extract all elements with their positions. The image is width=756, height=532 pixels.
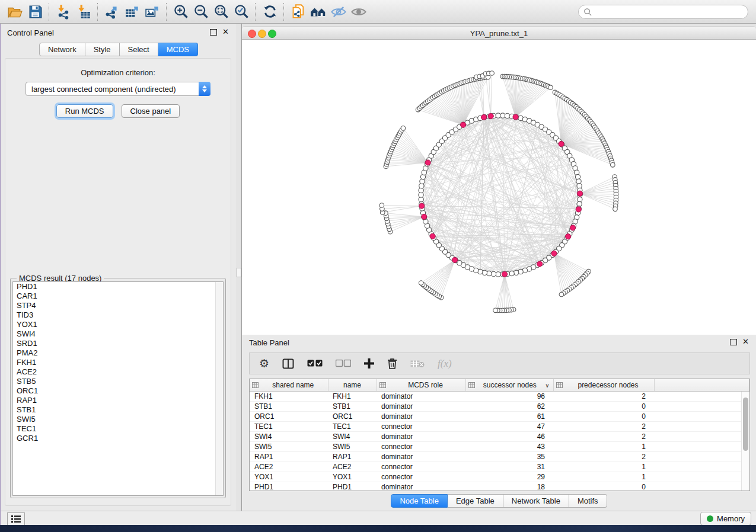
save-icon [28, 4, 43, 19]
delete-column-icon[interactable] [387, 357, 397, 371]
mcds-node-item[interactable]: ORC1 [13, 386, 223, 396]
table-panel-title: Table Panel [249, 338, 289, 347]
column-header-MCDS-role[interactable]: MCDS role [377, 379, 465, 392]
panel-splitter[interactable] [236, 24, 242, 511]
table-tab-network-table[interactable]: Network Table [503, 494, 569, 508]
settings-icon[interactable]: ⚙ [259, 357, 269, 371]
tab-network[interactable]: Network [39, 43, 85, 56]
mcds-node-item[interactable]: STB5 [13, 377, 223, 386]
column-header-name[interactable]: name [328, 379, 377, 392]
mcds-node-item[interactable]: RAP1 [13, 396, 223, 405]
refresh-icon [262, 4, 278, 20]
mcds-node-item[interactable]: SWI4 [13, 329, 223, 339]
mcds-node-item[interactable]: SWI5 [13, 415, 223, 424]
cell-shared-name: TEC1 [250, 422, 328, 432]
table-row[interactable]: SWI4SWI4dominator462 [250, 432, 749, 442]
network-canvas[interactable] [242, 40, 756, 335]
export-network-button[interactable] [102, 3, 122, 21]
cell-predecessor-nodes: 1 [553, 442, 654, 452]
table-scrollbar[interactable] [741, 392, 749, 491]
open-file-button[interactable] [5, 3, 25, 21]
mcds-node-item[interactable]: STP4 [13, 301, 223, 310]
search-input[interactable] [578, 5, 748, 19]
table-tab-edge-table[interactable]: Edge Table [448, 494, 503, 508]
table-row[interactable]: YOX1YOX1connector291 [250, 472, 749, 482]
cell-shared-name: RAP1 [250, 452, 328, 462]
zoom-selected-button[interactable] [231, 3, 251, 21]
mcds-node-item[interactable]: FKH1 [13, 358, 223, 367]
float-panel-icon[interactable] [210, 29, 217, 36]
import-table-icon [76, 4, 91, 20]
table-row[interactable]: STB1STB1dominator620 [250, 402, 749, 412]
export-image-button[interactable] [142, 3, 162, 21]
column-header-shared-name[interactable]: shared name [250, 379, 328, 392]
delete-table-icon[interactable] [410, 357, 425, 371]
tab-mcds[interactable]: MCDS [158, 43, 198, 56]
first-neighbors-button[interactable] [308, 3, 328, 21]
table-row[interactable]: TEC1TEC1connector472 [250, 422, 749, 432]
splitter-handle[interactable] [237, 268, 241, 277]
cell-name: TEC1 [328, 422, 377, 432]
toolbar-separator [166, 3, 167, 21]
export-table-button[interactable] [122, 3, 142, 21]
table-row[interactable]: RAP1RAP1dominator352 [250, 452, 749, 462]
mcds-node-item[interactable]: YOX1 [13, 320, 223, 329]
table-scrollbar-thumb[interactable] [743, 398, 748, 451]
cell-mcds-role: dominator [377, 392, 465, 402]
close-table-panel-icon[interactable]: ✕ [742, 337, 749, 346]
table-row[interactable]: ORC1ORC1dominator610 [250, 412, 749, 422]
clone-network-button[interactable] [288, 3, 308, 21]
mcds-node-item[interactable]: TID3 [13, 310, 223, 320]
cell-successor-nodes: 18 [465, 482, 553, 492]
run-mcds-button[interactable]: Run MCDS [56, 104, 113, 118]
import-network-button[interactable] [53, 3, 74, 21]
cell-filler [654, 442, 749, 452]
cell-filler [654, 412, 749, 422]
table-row[interactable]: ACE2ACE2connector311 [250, 462, 749, 472]
mcds-node-item[interactable]: STB1 [13, 405, 223, 415]
network-window-title: YPA_prune.txt_1 [242, 29, 756, 38]
zoom-fit-button[interactable] [211, 3, 231, 21]
cell-successor-nodes: 35 [465, 452, 553, 462]
select-all-icon[interactable] [307, 357, 323, 371]
mcds-node-item[interactable]: PMA2 [13, 348, 223, 358]
table-row[interactable]: FKH1FKH1dominator962 [250, 392, 749, 402]
close-panel-button[interactable]: Close panel [122, 104, 180, 118]
zoom-out-button[interactable] [191, 3, 211, 21]
table-row[interactable]: SWI5SWI5connector431 [250, 442, 749, 452]
mcds-list-scrollbar[interactable] [215, 282, 223, 495]
criterion-select[interactable]: largest connected component (undirected) [25, 82, 210, 96]
memory-button[interactable]: Memory [700, 512, 751, 525]
control-panel-tabs: NetworkStyleSelectMCDS [1, 43, 236, 56]
tab-select[interactable]: Select [120, 43, 158, 56]
optimization-criterion-label: Optimization criterion: [5, 68, 231, 77]
table-row[interactable]: PHD1PHD1dominator180 [250, 482, 749, 492]
show-panels-button[interactable] [7, 512, 25, 525]
refresh-button[interactable] [260, 3, 280, 21]
cell-name: YOX1 [328, 472, 377, 482]
table-tab-node-table[interactable]: Node Table [391, 494, 448, 508]
mcds-node-item[interactable]: TEC1 [13, 424, 223, 434]
mcds-node-item[interactable]: ACE2 [13, 367, 223, 377]
float-table-panel-icon[interactable] [730, 339, 737, 345]
tab-style[interactable]: Style [85, 43, 120, 56]
mcds-node-item[interactable]: CAR1 [13, 291, 223, 301]
zoom-in-button[interactable] [171, 3, 191, 21]
mcds-node-item[interactable]: GCR1 [13, 434, 223, 443]
mcds-node-item[interactable]: SRD1 [13, 339, 223, 348]
cell-successor-nodes: 62 [465, 402, 553, 412]
deselect-all-icon[interactable] [336, 357, 351, 371]
import-table-button[interactable] [74, 3, 94, 21]
column-header-predecessor-nodes[interactable]: predecessor nodes [553, 379, 654, 392]
table-tab-motifs[interactable]: Motifs [569, 494, 607, 508]
function-builder-icon[interactable]: f(x) [438, 357, 452, 371]
mcds-node-item[interactable]: PHD1 [13, 282, 223, 291]
column-header-successor-nodes[interactable]: successor nodes∨ [465, 379, 553, 392]
add-column-icon[interactable] [364, 357, 374, 371]
hide-selected-button[interactable] [328, 3, 349, 21]
close-panel-icon[interactable]: ✕ [222, 27, 229, 36]
show-all-button[interactable] [349, 3, 369, 21]
save-session-button[interactable] [25, 3, 45, 21]
cell-predecessor-nodes: 0 [553, 402, 654, 412]
split-view-icon[interactable] [282, 357, 294, 371]
